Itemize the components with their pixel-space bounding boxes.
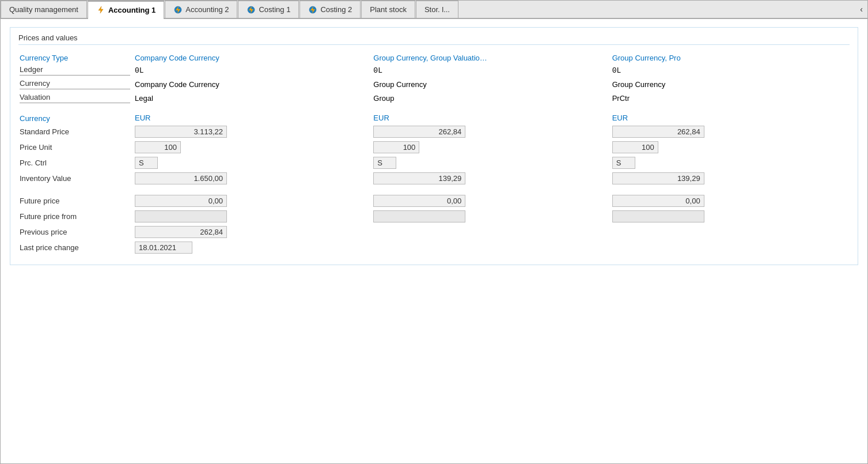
tab-costing-1-label: Costing 1 bbox=[259, 5, 290, 14]
currency2-col1: EUR bbox=[134, 112, 372, 124]
col1-currency-type-header: Company Code Currency bbox=[134, 52, 372, 63]
last-price-change-col1 bbox=[134, 240, 372, 255]
ledger-col3: 0L bbox=[611, 63, 850, 77]
standard-price-input-col1[interactable] bbox=[135, 126, 227, 138]
future-price-from-col3 bbox=[611, 209, 850, 224]
ledger-col1: 0L bbox=[134, 63, 372, 77]
inventory-value-input-col2[interactable] bbox=[373, 172, 465, 184]
spacer-2 bbox=[18, 186, 850, 193]
valuation-label: Valuation bbox=[18, 91, 134, 105]
previous-price-col2 bbox=[372, 224, 611, 240]
future-price-from-input-col1[interactable] bbox=[135, 210, 227, 222]
last-price-change-input-col1[interactable] bbox=[135, 242, 192, 254]
tab-quality-management-label: Quality management bbox=[9, 5, 78, 14]
main-container: Quality management Accounting 1 Accounti… bbox=[0, 0, 868, 464]
price-unit-input-col1[interactable] bbox=[135, 141, 181, 153]
valuation-col2: Group bbox=[372, 91, 611, 105]
tab-accounting-2[interactable]: Accounting 2 bbox=[165, 1, 237, 18]
tab-scroll-right[interactable]: ‹ bbox=[855, 1, 867, 18]
tab-costing-2[interactable]: Costing 2 bbox=[300, 1, 361, 18]
tab-costing-2-label: Costing 2 bbox=[320, 5, 352, 14]
prc-ctrl-col1 bbox=[134, 155, 372, 171]
tab-bar: Quality management Accounting 1 Accounti… bbox=[1, 1, 867, 19]
inventory-value-col3 bbox=[611, 171, 850, 186]
last-price-change-col2 bbox=[372, 240, 611, 255]
tab-quality-management[interactable]: Quality management bbox=[1, 1, 87, 18]
currency2-col3: EUR bbox=[611, 112, 850, 124]
future-price-input-col3[interactable] bbox=[612, 195, 704, 207]
currency-col3: Group Currency bbox=[611, 77, 850, 91]
price-unit-label: Price Unit bbox=[18, 139, 134, 155]
tab-accounting-1-label: Accounting 1 bbox=[108, 6, 156, 14]
prc-ctrl-col3 bbox=[611, 155, 850, 171]
future-price-col1 bbox=[134, 193, 372, 209]
future-price-input-col2[interactable] bbox=[373, 195, 465, 207]
spacer-1 bbox=[18, 105, 850, 112]
currency-type-label: Currency Type bbox=[18, 52, 134, 63]
future-price-from-input-col3[interactable] bbox=[612, 210, 704, 222]
future-price-col2 bbox=[372, 193, 611, 209]
costing-2-icon bbox=[308, 5, 317, 14]
future-price-col3 bbox=[611, 193, 850, 209]
svg-marker-0 bbox=[98, 6, 103, 13]
prc-ctrl-input-col1[interactable] bbox=[135, 157, 158, 169]
tab-plant-stock-label: Plant stock bbox=[370, 5, 407, 14]
tab-stor-l-label: Stor. l... bbox=[424, 5, 450, 14]
standard-price-input-col3[interactable] bbox=[612, 126, 704, 138]
currency-col1: Company Code Currency bbox=[134, 77, 372, 91]
last-price-change-col3 bbox=[611, 240, 850, 255]
future-price-from-label: Future price from bbox=[18, 209, 134, 224]
prices-and-values-section: Prices and values Currency Type Company … bbox=[10, 27, 858, 265]
price-unit-col1 bbox=[134, 139, 372, 155]
tab-costing-1[interactable]: Costing 1 bbox=[238, 1, 299, 18]
price-unit-col3 bbox=[611, 139, 850, 155]
standard-price-input-col2[interactable] bbox=[373, 126, 465, 138]
future-price-from-col1 bbox=[134, 209, 372, 224]
content-area: Prices and values Currency Type Company … bbox=[1, 19, 867, 271]
section-title: Prices and values bbox=[18, 33, 850, 45]
currency-col2: Group Currency bbox=[372, 77, 611, 91]
currency-label: Currency bbox=[18, 77, 134, 91]
prc-ctrl-input-col3[interactable] bbox=[612, 157, 635, 169]
tab-accounting-1[interactable]: Accounting 1 bbox=[88, 1, 164, 18]
future-price-from-input-col2[interactable] bbox=[373, 210, 465, 222]
valuation-col1: Legal bbox=[134, 91, 372, 105]
prc-ctrl-col2 bbox=[372, 155, 611, 171]
price-unit-input-col3[interactable] bbox=[612, 141, 658, 153]
inventory-value-col2 bbox=[372, 171, 611, 186]
previous-price-input-col1[interactable] bbox=[135, 226, 227, 238]
future-price-input-col1[interactable] bbox=[135, 195, 227, 207]
prc-ctrl-label: Prc. Ctrl bbox=[18, 155, 134, 171]
ledger-label: Ledger bbox=[18, 63, 134, 77]
accounting-2-icon bbox=[173, 5, 183, 14]
col2-currency-type-header: Group Currency, Group Valuatio… bbox=[372, 52, 611, 63]
previous-price-label: Previous price bbox=[18, 224, 134, 240]
tab-accounting-2-label: Accounting 2 bbox=[185, 5, 229, 14]
prc-ctrl-input-col2[interactable] bbox=[373, 157, 396, 169]
currency2-label: Currency bbox=[18, 112, 134, 124]
inventory-value-col1 bbox=[134, 171, 372, 186]
price-unit-input-col2[interactable] bbox=[373, 141, 419, 153]
last-price-change-label: Last price change bbox=[18, 240, 134, 255]
accounting-1-icon bbox=[96, 5, 105, 14]
previous-price-col3 bbox=[611, 224, 850, 240]
valuation-col3: PrCtr bbox=[611, 91, 850, 105]
price-unit-col2 bbox=[372, 139, 611, 155]
inventory-value-input-col3[interactable] bbox=[612, 172, 704, 184]
standard-price-label: Standard Price bbox=[18, 124, 134, 139]
future-price-from-col2 bbox=[372, 209, 611, 224]
tab-plant-stock[interactable]: Plant stock bbox=[361, 1, 415, 18]
future-price-label: Future price bbox=[18, 193, 134, 209]
ledger-col2: 0L bbox=[372, 63, 611, 77]
tab-stor-l[interactable]: Stor. l... bbox=[416, 1, 458, 18]
standard-price-col1 bbox=[134, 124, 372, 139]
prices-grid: Currency Type Company Code Currency Grou… bbox=[18, 52, 850, 255]
col3-currency-type-header: Group Currency, Pro bbox=[611, 52, 850, 63]
inventory-value-input-col1[interactable] bbox=[135, 172, 227, 184]
standard-price-col3 bbox=[611, 124, 850, 139]
standard-price-col2 bbox=[372, 124, 611, 139]
previous-price-col1 bbox=[134, 224, 372, 240]
inventory-value-label: Inventory Value bbox=[18, 171, 134, 186]
costing-1-icon bbox=[247, 5, 256, 14]
currency2-col2: EUR bbox=[372, 112, 611, 124]
